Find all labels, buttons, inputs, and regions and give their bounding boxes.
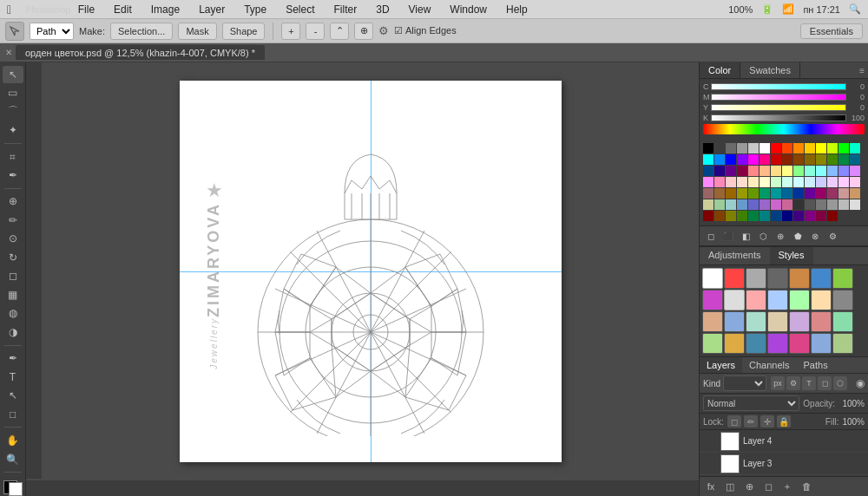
style-item[interactable] <box>724 311 745 332</box>
menu-image[interactable]: Image <box>148 2 183 17</box>
swatch-item[interactable] <box>827 143 838 153</box>
menu-filter[interactable]: Filter <box>331 2 361 17</box>
swatch-item[interactable] <box>737 188 747 199</box>
swatch-item[interactable] <box>793 211 804 221</box>
panel-menu-icon[interactable]: ≡ <box>859 66 865 75</box>
style-item[interactable] <box>832 333 853 354</box>
swatch-item[interactable] <box>748 199 759 210</box>
swatch-item[interactable] <box>714 188 725 199</box>
swatch-item[interactable] <box>838 166 849 176</box>
swatch-item[interactable] <box>703 211 713 221</box>
swatch-item[interactable] <box>793 154 804 165</box>
search-icon[interactable]: 🔍 <box>849 3 861 15</box>
swatch-item[interactable] <box>805 188 815 199</box>
settings-icon[interactable]: ⚙ <box>378 24 389 37</box>
swatch-item[interactable] <box>760 211 770 221</box>
style-item[interactable] <box>789 268 810 289</box>
swatch-item[interactable] <box>782 166 792 176</box>
menu-photoshop[interactable]: Photoshop <box>22 3 75 16</box>
toggle-btn-3[interactable]: ◧ <box>738 228 753 244</box>
swatch-item[interactable] <box>771 177 781 187</box>
crop-tool[interactable]: ⌗ <box>3 148 23 166</box>
clone-tool[interactable]: ⊙ <box>3 231 23 248</box>
swatch-item[interactable] <box>771 154 781 165</box>
swatch-item[interactable] <box>805 211 815 221</box>
menu-help[interactable]: Help <box>503 2 531 17</box>
kind-select[interactable] <box>723 375 766 391</box>
swatch-item[interactable] <box>748 188 759 199</box>
swatch-item[interactable] <box>793 188 804 199</box>
swatch-item[interactable] <box>782 143 792 153</box>
menu-edit[interactable]: Edit <box>110 2 135 17</box>
document-tab[interactable]: орден цветок.psd @ 12,5% (khazin-4-007, … <box>16 45 265 60</box>
swatch-item[interactable] <box>760 154 770 165</box>
swatch-item[interactable] <box>726 177 736 187</box>
swatch-item[interactable] <box>782 154 792 165</box>
toggle-btn-1[interactable]: ◻ <box>703 228 719 244</box>
layer-fx-btn[interactable]: fx <box>703 479 719 494</box>
swatch-item[interactable] <box>816 199 826 210</box>
convert-point-btn[interactable]: ⌃ <box>330 23 349 40</box>
swatch-item[interactable] <box>850 188 860 199</box>
swatch-item[interactable] <box>782 188 792 199</box>
color-spectrum[interactable] <box>703 124 865 134</box>
filter-type[interactable]: T <box>802 376 816 390</box>
lock-all-btn[interactable]: 🔒 <box>777 415 791 427</box>
layer-visibility-toggle[interactable] <box>703 434 717 448</box>
swatch-item[interactable] <box>805 177 815 187</box>
swatch-item[interactable] <box>726 188 736 199</box>
style-item[interactable] <box>767 268 788 289</box>
move-tool[interactable]: ↖ <box>3 66 23 83</box>
swatch-item[interactable] <box>805 199 815 210</box>
swatch-item[interactable] <box>714 211 725 221</box>
swatch-item[interactable] <box>850 177 860 187</box>
tab-layers[interactable]: Layers <box>700 357 742 373</box>
swatch-item[interactable] <box>838 177 849 187</box>
style-item[interactable] <box>767 311 788 332</box>
menu-layer[interactable]: Layer <box>195 2 228 17</box>
healing-tool[interactable]: ⊕ <box>3 193 23 211</box>
swatch-item[interactable] <box>703 188 713 199</box>
swatch-item[interactable] <box>793 166 804 176</box>
toggle-btn-2[interactable]: ⬛ <box>720 228 736 244</box>
swatch-item[interactable] <box>714 199 725 210</box>
layer-group-btn[interactable]: ◻ <box>760 479 776 494</box>
swatch-item[interactable] <box>737 166 747 176</box>
swatch-item[interactable] <box>793 177 804 187</box>
swatch-item[interactable] <box>760 188 770 199</box>
blend-mode-select[interactable]: Normal <box>703 395 799 411</box>
swatch-item[interactable] <box>850 143 860 153</box>
swatch-item[interactable] <box>760 199 770 210</box>
style-item[interactable] <box>811 311 832 332</box>
layer-delete-btn[interactable]: 🗑 <box>799 479 814 494</box>
layer-visibility-toggle[interactable] <box>703 457 717 471</box>
style-item[interactable] <box>789 290 810 310</box>
swatch-item[interactable] <box>714 154 725 165</box>
eyedropper-tool[interactable]: ✒ <box>3 166 23 184</box>
style-item[interactable] <box>702 311 723 332</box>
shape-button[interactable]: Shape <box>222 23 266 40</box>
swatch-item[interactable] <box>748 177 759 187</box>
swatch-item[interactable] <box>748 154 759 165</box>
style-item[interactable] <box>702 333 723 354</box>
tab-adjustments[interactable]: Adjustments <box>700 247 770 264</box>
swatch-item[interactable] <box>748 143 759 153</box>
toggle-btn-7[interactable]: ⊗ <box>807 228 823 244</box>
swatch-item[interactable] <box>726 211 736 221</box>
align-edges-checkbox[interactable]: ☑ Align Edges <box>394 25 456 36</box>
swatch-item[interactable] <box>816 166 826 176</box>
style-item[interactable] <box>767 333 788 354</box>
swatch-item[interactable] <box>827 154 838 165</box>
dodge-tool[interactable]: ◑ <box>3 323 23 341</box>
pen-tool[interactable]: ✒ <box>3 349 23 367</box>
style-item[interactable] <box>767 290 788 310</box>
swatch-item[interactable] <box>816 154 826 165</box>
selection-button[interactable]: Selection... <box>110 23 173 40</box>
swatch-item[interactable] <box>714 166 725 176</box>
swatch-item[interactable] <box>838 188 849 199</box>
zoom-tool[interactable]: 🔍 <box>3 451 23 468</box>
swatch-item[interactable] <box>760 143 770 153</box>
swatch-item[interactable] <box>850 199 860 210</box>
style-item[interactable] <box>811 268 832 289</box>
filter-pixel[interactable]: px <box>771 376 785 390</box>
